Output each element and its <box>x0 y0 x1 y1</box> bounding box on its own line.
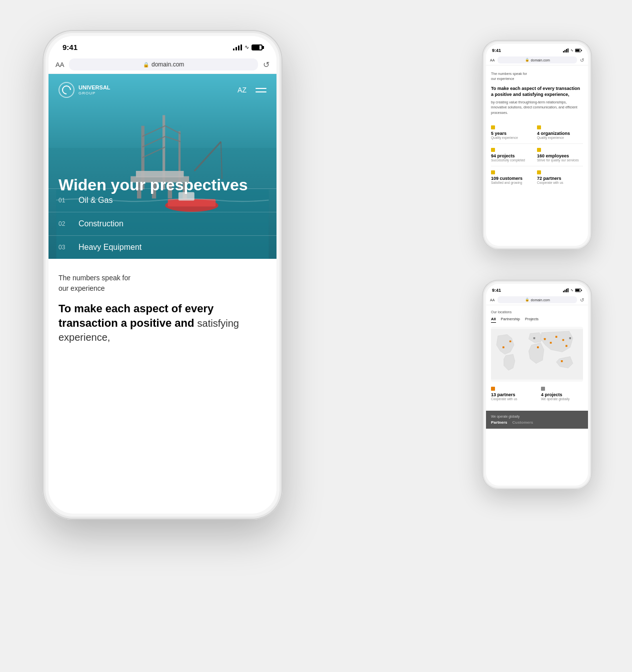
svg-line-7 <box>142 136 166 147</box>
status-time-sm-b: 9:41 <box>492 288 501 293</box>
wifi-icon-sm: ∿ <box>570 48 574 52</box>
sm-main-text: To make each aspect of every transaction… <box>491 85 583 98</box>
svg-line-9 <box>165 126 180 134</box>
hero-nav: UNIVERSAL GROUP AZ <box>48 74 276 106</box>
browser-aa-sm-b[interactable]: AA <box>490 298 494 302</box>
svg-rect-25 <box>582 50 582 51</box>
status-icons-sm-b: ∿ <box>563 288 582 292</box>
reload-icon-sm[interactable]: ↺ <box>580 57 584 63</box>
svg-line-18 <box>194 142 221 171</box>
svg-rect-39 <box>544 338 546 340</box>
items-list: 01 Oil & Gas 02 Construction 03 Heavy Eq… <box>48 188 276 259</box>
svg-rect-32 <box>582 290 582 291</box>
logo-icon <box>58 82 74 98</box>
sm-top-content: The numbers speak forour experience To m… <box>486 65 588 194</box>
stat-item: 94 projects Successfully completed <box>491 144 537 166</box>
svg-rect-44 <box>569 337 571 339</box>
wifi-icon-sm-b: ∿ <box>570 288 574 292</box>
reload-icon[interactable]: ↺ <box>263 60 270 69</box>
stat-value: 4 organizations <box>537 131 583 136</box>
hamburger-menu[interactable] <box>256 88 266 92</box>
footer-tab-partners[interactable]: Partners <box>491 420 507 425</box>
svg-rect-33 <box>576 289 580 291</box>
stat-item: 160 employees Strive for quality our ser… <box>537 144 583 166</box>
svg-line-19 <box>221 142 222 179</box>
svg-rect-43 <box>566 345 568 347</box>
lock-icon-sm: 🔒 <box>525 58 530 62</box>
stat-label: Cooperate with us <box>537 181 583 184</box>
list-item[interactable]: 01 Oil & Gas <box>48 188 276 212</box>
lock-icon-sm-b: 🔒 <box>525 298 530 302</box>
svg-line-6 <box>142 126 166 136</box>
url-text: domain.com <box>152 61 184 68</box>
svg-line-10 <box>165 136 180 142</box>
partners-value: 13 partners <box>491 392 533 397</box>
world-map <box>491 327 583 382</box>
stat-label: Satisfied and growing <box>491 181 537 184</box>
hero-section: UNIVERSAL GROUP AZ Widen your prespectiv… <box>48 74 276 259</box>
footer-tab-customers[interactable]: Customers <box>512 420 533 425</box>
tab-all[interactable]: All <box>491 317 496 323</box>
svg-rect-38 <box>537 346 539 348</box>
small-phone-bottom: 9:41 ∿ <box>482 280 592 490</box>
item-label: Heavy Equipment <box>78 243 142 252</box>
tab-projects[interactable]: Projects <box>525 317 538 323</box>
large-phone: 9:41 ∿ AA 🔒 <box>42 30 282 520</box>
stat-label: Successfully completed <box>491 158 537 162</box>
tab-partnership[interactable]: Partnership <box>501 317 520 323</box>
svg-rect-21 <box>564 50 566 52</box>
nav-language[interactable]: AZ <box>238 86 246 94</box>
dark-footer: We operate globally Partners Customers <box>486 411 588 429</box>
url-sm-b: domain.com <box>531 298 550 302</box>
stat-dot-partners <box>491 387 495 391</box>
item-label: Oil & Gas <box>78 196 112 205</box>
browser-url-bar[interactable]: 🔒 domain.com <box>69 58 258 70</box>
logo-area: UNIVERSAL GROUP <box>58 82 110 98</box>
list-item[interactable]: 02 Construction <box>48 212 276 235</box>
projects-label: We operate globally <box>541 397 583 401</box>
svg-line-8 <box>142 147 166 157</box>
sm-body-text: by creating value throughlong-term relat… <box>491 100 583 116</box>
list-item[interactable]: 03 Heavy Equipment <box>48 235 276 259</box>
item-number: 01 <box>58 197 68 204</box>
stat-value: 94 projects <box>491 153 537 158</box>
section-title: To make each aspect of every transaction… <box>58 302 266 345</box>
bottom-stat-projects: 4 projects We operate globally <box>541 387 583 401</box>
stat-value: 160 employees <box>537 153 583 158</box>
status-bar-sm-top: 9:41 ∿ <box>486 44 588 55</box>
url-bar-sm-b[interactable]: 🔒 domain.com <box>498 296 577 303</box>
section-label: The numbers speak forour experience <box>58 273 266 294</box>
projects-value: 4 projects <box>541 392 583 397</box>
sm-section-label: The numbers speak forour experience <box>491 71 583 81</box>
svg-rect-40 <box>550 342 552 344</box>
stat-label: Quality experience <box>491 136 537 139</box>
svg-rect-26 <box>576 49 580 51</box>
item-number: 03 <box>58 244 68 251</box>
svg-rect-30 <box>568 288 568 292</box>
browser-bar-sm-bottom[interactable]: AA 🔒 domain.com ↺ <box>486 295 588 305</box>
footer-tabs[interactable]: Partners Customers <box>491 420 583 425</box>
footer-label: We operate globally <box>491 415 583 418</box>
svg-rect-29 <box>566 289 567 292</box>
status-bar-sm-bottom: 9:41 ∿ <box>486 284 588 295</box>
browser-bar[interactable]: AA 🔒 domain.com ↺ <box>48 55 276 74</box>
url-sm: domain.com <box>531 58 550 62</box>
stat-item: 109 customers Satisfied and growing <box>491 166 537 188</box>
map-svg <box>491 327 583 382</box>
svg-rect-42 <box>562 339 564 341</box>
svg-rect-36 <box>510 340 512 342</box>
svg-rect-35 <box>502 346 504 348</box>
reload-icon-sm-b[interactable]: ↺ <box>580 297 584 303</box>
svg-rect-45 <box>561 360 563 362</box>
url-bar-sm[interactable]: 🔒 domain.com <box>498 56 577 63</box>
signal-icon <box>233 44 242 50</box>
status-time-sm: 9:41 <box>492 48 501 53</box>
browser-aa[interactable]: AA <box>56 61 64 68</box>
svg-rect-23 <box>568 48 568 52</box>
battery-icon <box>252 44 262 50</box>
nav-right: AZ <box>238 86 266 94</box>
location-tabs[interactable]: All Partnership Projects <box>491 317 583 323</box>
browser-aa-sm[interactable]: AA <box>490 58 494 62</box>
content-area: The numbers speak forour experience To m… <box>48 259 276 359</box>
browser-bar-sm-top[interactable]: AA 🔒 domain.com ↺ <box>486 55 588 65</box>
